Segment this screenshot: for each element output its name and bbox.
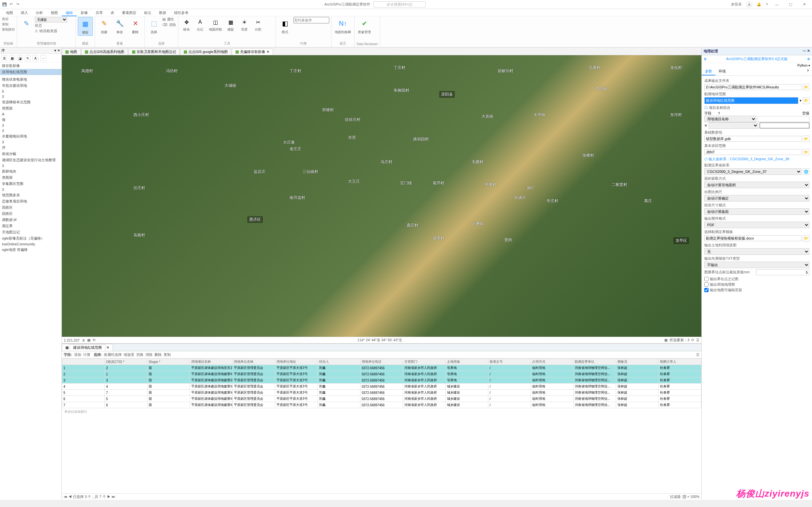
clear-icon[interactable]: ⌫ [162, 23, 167, 27]
minimize-button[interactable]: — [772, 3, 781, 6]
add-field-button[interactable]: 添加 [74, 352, 81, 357]
tool-捕捉[interactable]: ▦捕捉 [224, 17, 237, 33]
menu-影像[interactable]: 影像 [77, 9, 92, 16]
folder-icon[interactable]: 📁 [803, 235, 809, 241]
land-select[interactable]: 无 [704, 248, 809, 255]
farm-input[interactable] [704, 149, 802, 155]
gp-tab-env[interactable]: 环境 [715, 68, 729, 75]
toc-item[interactable]: 市批次建设用地 [0, 82, 61, 89]
data-table[interactable]: OBJECTID *Shape *用地项目名称用地单位名称用地单位地址经办人用地… [62, 358, 701, 408]
undo-icon[interactable]: ↶ [8, 2, 14, 7]
gp-back-icon[interactable]: ⊕ [704, 57, 707, 61]
snap-button[interactable]: ▦捕捉 [78, 17, 93, 36]
menu-要素图层[interactable]: 要素图层 [118, 9, 140, 16]
pt-input[interactable] [756, 269, 810, 275]
first-icon[interactable]: ⏮ [64, 495, 67, 499]
delete-button[interactable]: 删除 [155, 352, 162, 357]
constraint-input[interactable] [294, 17, 329, 23]
toc-source-icon[interactable]: ▦ [9, 55, 15, 61]
toc-item[interactable]: 设用地红线范围 [0, 69, 61, 75]
folder-icon[interactable]: 📁 [803, 135, 809, 142]
close-icon[interactable]: ✕ [266, 50, 269, 54]
toc-item[interactable]: 值 [0, 117, 61, 123]
menu-分析[interactable]: 分析 [32, 9, 47, 16]
toc-item[interactable]: 类图斑 [0, 174, 61, 181]
feature-修改[interactable]: 🔧修改 [112, 17, 127, 35]
toc-item[interactable]: 天地图注记 [0, 229, 61, 235]
toc-item[interactable]: 3 [0, 123, 61, 128]
copy-button[interactable]: 复制 [164, 352, 171, 357]
toc-item[interactable]: 赣光伏发电基地 [0, 76, 61, 82]
tool-地面控制[interactable]: ◫地面控制 [208, 17, 223, 33]
map-tab[interactable]: 谷歌卫星图和天地图注记 [129, 48, 180, 55]
avatar[interactable]: A [746, 2, 752, 7]
gp-tab-params[interactable]: 参数 [702, 68, 715, 75]
toc-more-icon[interactable]: ⋯ [40, 55, 46, 61]
menu-线性参考[interactable]: 线性参考 [170, 9, 192, 16]
col-header[interactable]: 制图计算人 [659, 359, 701, 365]
map-view[interactable]: 凤翅村冯坊村丁庄村丁庄村前献功村孔寨村龙化村大城镇朱柳园村原阳县齐街镇西小庄村宋… [62, 55, 701, 337]
col-header[interactable]: 经办人 [318, 359, 360, 365]
out-folder-input[interactable] [704, 84, 802, 90]
col-header[interactable] [62, 359, 105, 365]
error-checker-icon[interactable]: ⚠ [35, 29, 38, 33]
map-tab[interactable]: 点点GIS google系列地图 [180, 48, 231, 55]
status-button[interactable]: ✎ [19, 17, 34, 30]
gp-add-icon[interactable]: ⊕ [807, 57, 810, 61]
toc-item[interactable]: ogle影像无标注（无偏移） [0, 235, 61, 241]
contents-menu-icon[interactable]: ▾ [54, 48, 56, 52]
refresh-icon[interactable]: ⟳ [691, 338, 694, 342]
menu-插入[interactable]: 插入 [17, 9, 32, 16]
area-select[interactable]: 自动计算宗地面积 [704, 182, 809, 188]
toc-item[interactable]: 类图斑 [0, 105, 61, 111]
table-row[interactable]: 21面平原新区虚体建设用地建寨地块原茂宅基地平原新区管理委员会平原新区平原大道3… [62, 371, 701, 377]
crs-select[interactable]: CGCS2000_3_Degree_GK_Zone_37 [704, 168, 802, 175]
map-tab[interactable]: 无偏移谷歌影像 ✕ [232, 48, 273, 55]
toc[interactable]: 移谷歌影像设用地红线范围赣光伏发电基地市批次建设用地53资源稀移单元范围类图斑A… [0, 63, 61, 500]
attributes-icon[interactable]: ▤ [162, 17, 166, 21]
toc-item[interactable]: 3 [0, 139, 61, 145]
menu-编辑[interactable]: 编辑 [62, 9, 77, 16]
toc-item[interactable]: 地范围多亲 [0, 192, 61, 198]
last-icon[interactable]: ⏭ [112, 495, 115, 499]
help-icon[interactable]: ? [766, 3, 768, 6]
toc-item[interactable]: 水蓄能电站用地 [0, 133, 61, 139]
table-row[interactable]: 12面平原新区虚体建设用地里东北刘祝市宅基地平原新区管理委员会平原新区平原大道3… [62, 365, 701, 371]
toc-list-icon[interactable]: ☰ [1, 55, 7, 61]
cb3[interactable] [704, 288, 709, 292]
select-button[interactable]: ⬚选择 [147, 17, 161, 35]
toc-item[interactable]: 南省分幅 [0, 151, 61, 157]
view-icon[interactable]: ▦ [87, 338, 91, 342]
table-row[interactable]: 76面平原新区虚体建设用地建寨地块4平原新区管理委员会平原新区平原大道3号刘鑫0… [62, 402, 701, 408]
switch-sel-button[interactable]: 切换 [136, 352, 144, 357]
toc-sel-icon[interactable]: ◪ [17, 55, 23, 61]
toc-item[interactable]: A [0, 111, 61, 117]
snap-select[interactable]: 无捕捉 [35, 17, 67, 22]
folder-icon[interactable]: 📁 [803, 149, 809, 155]
col-header[interactable]: 用地项目名称 [190, 359, 233, 365]
toc-item[interactable]: 3 [0, 163, 61, 168]
menu-icon[interactable]: ☰ [696, 338, 700, 342]
toc-item[interactable]: 3 [0, 187, 61, 192]
field-help-icon[interactable]: ? [718, 111, 720, 115]
toc-item[interactable]: 新耕地块 [0, 168, 61, 174]
gp-close-icon[interactable]: ✕ [807, 49, 810, 53]
table-row[interactable]: 57面平原新区虚体建设用地建寨地块2平原新区管理委员会平原新区平原大道3号刘鑫0… [62, 390, 701, 396]
toc-item[interactable]: 序 [0, 145, 61, 151]
quality-button[interactable]: ✔质量管理 [357, 17, 372, 35]
combo2-select[interactable] [709, 122, 758, 129]
toc-item[interactable]: 国政区 [0, 211, 61, 217]
toc-label-icon[interactable]: A [33, 55, 38, 61]
python-icon[interactable]: Python ▾ [797, 64, 810, 67]
scope-input[interactable]: 建设用地红线范围 [704, 97, 798, 104]
select-by-attr-button[interactable]: 按属性选择 [104, 352, 122, 357]
contents-close-icon[interactable]: ✕ [57, 48, 60, 52]
zoom-to-button[interactable]: 缩放至 [123, 352, 134, 357]
table-row[interactable]: 33面平原新区虚体建设用地建寨张信培宅基地平原新区管理委员会平原新区平原大道3号… [62, 377, 701, 384]
new-row-hint[interactable]: 单击以添加新行. [62, 408, 701, 415]
feature-创建[interactable]: ✎创建 [97, 17, 111, 35]
clipboard-复制路径[interactable]: 复制路径 [2, 27, 15, 32]
toc-item[interactable]: 态修复项目用地 [0, 198, 61, 205]
col-header[interactable]: 用地单位地址 [275, 359, 318, 365]
table-row[interactable]: 65面平原新区虚体建设用地建寨地块3平原新区管理委员会平原新区平原大道3号刘鑫0… [62, 396, 701, 402]
